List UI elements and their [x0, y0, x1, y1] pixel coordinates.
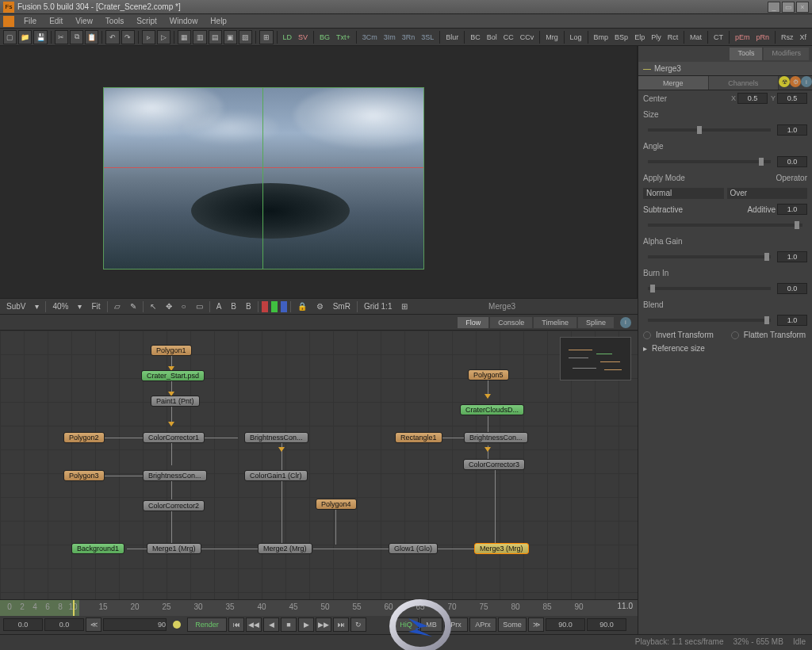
a-button[interactable]: A — [213, 301, 225, 312]
tool-cc[interactable]: CC — [501, 32, 516, 43]
circle-icon[interactable]: ○ — [178, 301, 190, 312]
play-back-icon[interactable]: ◀ — [263, 618, 279, 632]
center-y-field[interactable] — [777, 93, 807, 104]
fit-button[interactable]: Fit — [88, 301, 103, 312]
node-brightnesscon2[interactable]: BrightnessCon... — [143, 470, 207, 481]
cut-icon[interactable]: ✂ — [55, 30, 68, 44]
go-start-icon[interactable]: ⏮ — [228, 618, 244, 632]
angle-field[interactable] — [777, 156, 807, 167]
play-fwd-icon[interactable]: ▶ — [298, 618, 314, 632]
frame-field[interactable] — [103, 618, 167, 631]
tool-pem[interactable]: pEm — [733, 32, 753, 43]
minimize-button[interactable]: _ — [768, 2, 780, 13]
tool-ct[interactable]: CT — [711, 32, 726, 43]
info-icon[interactable]: i — [620, 317, 631, 328]
tool-3cm[interactable]: 3Cm — [360, 32, 380, 43]
menu-edit[interactable]: Edit — [43, 15, 69, 27]
radiation-icon[interactable]: ☢ — [779, 76, 790, 87]
save-icon[interactable]: 💾 — [33, 30, 47, 44]
tool-sv[interactable]: SV — [296, 32, 310, 43]
gear2-icon[interactable]: ⚙ — [790, 76, 801, 87]
node-brightnesscon1[interactable]: BrightnessCon... — [244, 432, 308, 443]
next-range-button[interactable]: ≫ — [528, 618, 544, 632]
node-crater-start[interactable]: Crater_Start.psd — [141, 370, 205, 381]
loop-icon[interactable]: ↻ — [350, 618, 366, 632]
brush-icon[interactable]: ✎ — [127, 301, 140, 312]
node-polygon2[interactable]: Polygon2 — [63, 432, 105, 443]
in-field[interactable] — [3, 618, 43, 631]
blue-swatch[interactable] — [281, 301, 287, 312]
flow-navigator[interactable] — [560, 337, 631, 380]
layout3-icon[interactable]: ▤ — [209, 30, 222, 44]
tool-bg[interactable]: BG — [317, 32, 332, 43]
size-slider[interactable] — [648, 128, 771, 132]
burn-slider[interactable] — [648, 287, 771, 290]
node-rectangle1[interactable]: Rectangle1 — [395, 432, 442, 443]
tool-rsz[interactable]: Rsz — [779, 32, 796, 43]
tab-tools[interactable]: Tools — [730, 48, 762, 60]
tab-modifiers[interactable]: Modifiers — [764, 48, 809, 60]
node-craterclouds[interactable]: CraterCloudsD... — [460, 404, 524, 415]
flatten-check[interactable] — [731, 331, 739, 339]
grid-icon[interactable]: ⊞ — [259, 30, 273, 44]
some-button[interactable]: Some — [498, 618, 527, 632]
menu-script[interactable]: Script — [130, 15, 163, 27]
gear-icon[interactable]: ⚙ — [313, 301, 327, 312]
tool-mrg[interactable]: Mrg — [543, 32, 561, 43]
red-swatch[interactable] — [262, 301, 268, 312]
subadd-slider[interactable] — [648, 224, 802, 227]
tool-elp[interactable]: Elp — [632, 32, 647, 43]
tool-prn[interactable]: pRn — [754, 32, 772, 43]
smr-button[interactable]: SmR — [330, 301, 354, 312]
alpha-slider[interactable] — [648, 255, 771, 258]
open-icon[interactable]: 📁 — [18, 30, 32, 44]
node-merge2[interactable]: Merge2 (Mrg) — [258, 543, 312, 554]
prev-range-button[interactable]: ≪ — [86, 618, 102, 632]
tab-console[interactable]: Console — [490, 317, 532, 328]
layout4-icon[interactable]: ▣ — [224, 30, 237, 44]
layout2-icon[interactable]: ▥ — [193, 30, 206, 44]
range1-field[interactable] — [546, 618, 585, 631]
close-button[interactable]: × — [796, 2, 809, 13]
blend-slider[interactable] — [648, 319, 771, 322]
b2-button[interactable]: B — [243, 301, 255, 312]
tool-ply[interactable]: Ply — [649, 32, 664, 43]
node-background1[interactable]: Background1 — [71, 543, 124, 554]
node-colorcorrector2[interactable]: ColorCorrector2 — [143, 500, 205, 511]
node-paint1[interactable]: Paint1 (Pnt) — [151, 396, 200, 407]
node-polygon5[interactable]: Polygon5 — [468, 369, 509, 380]
tool-mat[interactable]: Mat — [688, 32, 704, 43]
tool-log[interactable]: Log — [568, 32, 584, 43]
blend-field[interactable] — [777, 315, 807, 326]
tool-bc[interactable]: BC — [468, 32, 483, 43]
invert-check[interactable] — [643, 331, 651, 339]
green-swatch[interactable] — [271, 301, 278, 312]
burn-field[interactable] — [777, 283, 807, 294]
keyframe-icon[interactable] — [173, 621, 181, 629]
redo-icon[interactable]: ↷ — [121, 30, 135, 44]
menu-window[interactable]: Window — [163, 15, 205, 27]
copy-icon[interactable]: ⧉ — [70, 30, 83, 44]
angle-slider[interactable] — [648, 160, 771, 163]
layout5-icon[interactable]: ▨ — [239, 30, 252, 44]
out-field[interactable] — [44, 618, 84, 631]
paste-icon[interactable]: 📋 — [85, 30, 98, 44]
play-icon[interactable]: ▷ — [157, 30, 170, 44]
aprx-button[interactable]: APrx — [469, 618, 496, 632]
restore-button[interactable]: ▭ — [782, 2, 795, 13]
hiq-button[interactable]: HiQ — [393, 618, 419, 632]
node-brightnesscon3[interactable]: BrightnessCon... — [464, 432, 528, 443]
stop-icon[interactable]: ■ — [281, 618, 297, 632]
prx-button[interactable]: Prx — [444, 618, 468, 632]
node-polygon1[interactable]: Polygon1 — [151, 345, 192, 356]
subtab-merge[interactable]: Merge — [638, 76, 709, 90]
move-icon[interactable]: ✥ — [163, 301, 175, 312]
grid-label[interactable]: Grid 1:1 — [361, 301, 396, 312]
step-back-icon[interactable]: ◀◀ — [246, 618, 262, 632]
applymode-select[interactable]: Normal — [643, 188, 724, 199]
go-end-icon[interactable]: ⏭ — [333, 618, 349, 632]
viewer-panel[interactable] — [0, 46, 638, 298]
step-fwd-icon[interactable]: ▶▶ — [316, 618, 331, 632]
node-colorcorrector1[interactable]: ColorCorrector1 — [143, 432, 205, 443]
collapse-icon[interactable]: — — [643, 64, 651, 73]
